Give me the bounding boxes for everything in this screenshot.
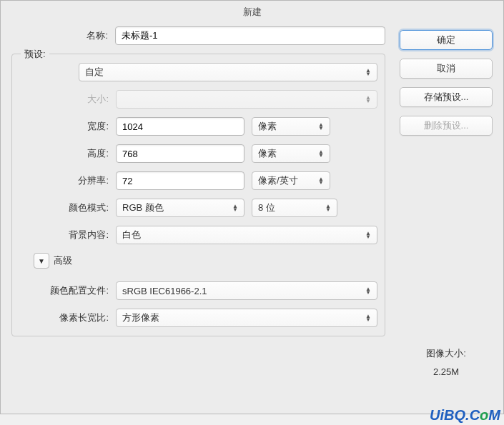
width-unit-select[interactable]: 像素 ▲▼ xyxy=(252,117,330,136)
width-row: 宽度: 像素 ▲▼ xyxy=(12,117,385,136)
chevron-updown-icon: ▲▼ xyxy=(365,231,371,239)
width-input[interactable] xyxy=(116,117,244,136)
chevron-down-icon: ▼ xyxy=(38,257,45,265)
width-label: 宽度: xyxy=(12,120,116,133)
colormode-label: 颜色模式: xyxy=(12,201,116,214)
chevron-updown-icon: ▲▼ xyxy=(365,69,371,76)
pixelratio-row: 像素长宽比: 方形像素 ▲▼ xyxy=(12,309,385,327)
name-input[interactable] xyxy=(115,26,385,45)
dialog-content: 名称: 预设: 自定 ▲▼ 大小: ▲▼ xyxy=(1,23,503,392)
colordepth-select[interactable]: 8 位 ▲▼ xyxy=(252,199,337,217)
preset-select[interactable]: 自定 ▲▼ xyxy=(79,63,377,81)
height-unit-value: 像素 xyxy=(258,147,277,160)
resolution-unit-select[interactable]: 像素/英寸 ▲▼ xyxy=(252,171,330,190)
new-document-dialog: 新建 名称: 预设: 自定 ▲▼ 大小: xyxy=(0,0,504,414)
dialog-title: 新建 xyxy=(1,1,503,23)
chevron-updown-icon: ▲▼ xyxy=(365,96,371,103)
chevron-updown-icon: ▲▼ xyxy=(318,177,324,184)
button-column: 确定 取消 存储预设... 删除预设... 图像大小: 2.25M xyxy=(400,26,493,381)
name-row: 名称: xyxy=(11,26,385,45)
resolution-row: 分辨率: 像素/英寸 ▲▼ xyxy=(12,171,385,190)
colormode-row: 颜色模式: RGB 颜色 ▲▼ 8 位 ▲▼ xyxy=(12,199,385,217)
form-column: 名称: 预设: 自定 ▲▼ 大小: ▲▼ xyxy=(11,26,385,381)
ok-button[interactable]: 确定 xyxy=(400,30,493,50)
bgcontent-value: 白色 xyxy=(122,229,141,241)
name-label: 名称: xyxy=(11,29,115,42)
advanced-toggle-row: ▼ 高级 xyxy=(34,253,385,269)
preset-fieldset: 预设: 自定 ▲▼ 大小: ▲▼ 宽度: xyxy=(11,54,385,336)
image-size-value: 2.25M xyxy=(400,363,493,381)
colorprofile-label: 颜色配置文件: xyxy=(12,284,116,297)
preset-value: 自定 xyxy=(85,66,104,79)
watermark: UiBQ.CoM xyxy=(430,407,500,424)
colorprofile-select[interactable]: sRGB IEC61966-2.1 ▲▼ xyxy=(116,281,377,300)
preset-label: 预设: xyxy=(21,48,49,61)
height-row: 高度: 像素 ▲▼ xyxy=(12,144,385,163)
cancel-button[interactable]: 取消 xyxy=(400,59,493,79)
colormode-value: RGB 颜色 xyxy=(122,201,164,214)
pixelratio-select[interactable]: 方形像素 ▲▼ xyxy=(116,309,377,327)
colorprofile-row: 颜色配置文件: sRGB IEC61966-2.1 ▲▼ xyxy=(12,281,385,300)
resolution-label: 分辨率: xyxy=(12,174,116,187)
advanced-label: 高级 xyxy=(54,254,72,267)
colormode-select[interactable]: RGB 颜色 ▲▼ xyxy=(116,199,244,217)
width-unit-value: 像素 xyxy=(258,120,277,133)
image-size-info: 图像大小: 2.25M xyxy=(400,344,493,381)
advanced-toggle-button[interactable]: ▼ xyxy=(34,253,49,269)
bgcontent-row: 背景内容: 白色 ▲▼ xyxy=(12,226,385,244)
image-size-label: 图像大小: xyxy=(400,344,493,363)
colordepth-value: 8 位 xyxy=(258,201,275,214)
delete-preset-button: 删除预设... xyxy=(400,116,493,136)
colorprofile-value: sRGB IEC61966-2.1 xyxy=(122,286,207,296)
save-preset-button[interactable]: 存储预设... xyxy=(400,87,493,107)
chevron-updown-icon: ▲▼ xyxy=(365,287,371,294)
chevron-updown-icon: ▲▼ xyxy=(318,123,324,130)
chevron-updown-icon: ▲▼ xyxy=(365,314,371,321)
pixelratio-value: 方形像素 xyxy=(122,311,159,324)
pixelratio-label: 像素长宽比: xyxy=(12,311,116,324)
size-row: 大小: ▲▼ xyxy=(12,90,385,109)
height-input[interactable] xyxy=(116,144,244,163)
bgcontent-label: 背景内容: xyxy=(12,229,116,241)
height-unit-select[interactable]: 像素 ▲▼ xyxy=(252,144,330,163)
resolution-unit-value: 像素/英寸 xyxy=(258,174,298,187)
size-label: 大小: xyxy=(12,93,116,106)
resolution-input[interactable] xyxy=(116,171,244,190)
chevron-updown-icon: ▲▼ xyxy=(318,150,324,157)
bgcontent-select[interactable]: 白色 ▲▼ xyxy=(116,226,377,244)
size-select: ▲▼ xyxy=(116,90,377,109)
height-label: 高度: xyxy=(12,147,116,160)
chevron-updown-icon: ▲▼ xyxy=(325,204,331,211)
chevron-updown-icon: ▲▼ xyxy=(232,204,238,211)
